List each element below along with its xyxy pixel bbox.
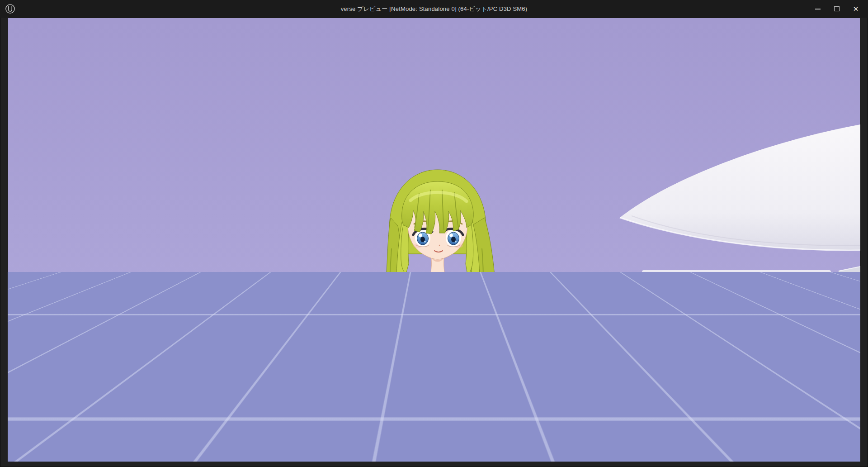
minimize-icon bbox=[815, 9, 821, 10]
minimize-button[interactable] bbox=[808, 0, 827, 18]
window-title: verse プレビュー [NetMode: Standalone 0] (64-… bbox=[0, 5, 868, 13]
grid-floor bbox=[8, 272, 860, 462]
character-nose bbox=[439, 245, 440, 246]
character-bangs bbox=[402, 181, 474, 234]
maximize-button[interactable] bbox=[827, 0, 846, 18]
close-button[interactable]: ✕ bbox=[846, 0, 865, 18]
character-mouth bbox=[434, 251, 443, 252]
app-window: verse プレビュー [NetMode: Standalone 0] (64-… bbox=[0, 0, 868, 467]
close-icon: ✕ bbox=[853, 5, 859, 12]
character-face bbox=[408, 200, 467, 259]
titlebar[interactable]: verse プレビュー [NetMode: Standalone 0] (64-… bbox=[0, 0, 868, 18]
character-eyebrows bbox=[414, 221, 462, 224]
character-eyes bbox=[413, 229, 463, 247]
white-platform bbox=[620, 124, 860, 250]
window-controls: ✕ bbox=[808, 0, 865, 18]
game-viewport[interactable] bbox=[8, 18, 860, 462]
hair-highlight bbox=[410, 192, 467, 201]
maximize-icon bbox=[834, 6, 840, 11]
unreal-engine-logo-icon bbox=[5, 3, 16, 14]
